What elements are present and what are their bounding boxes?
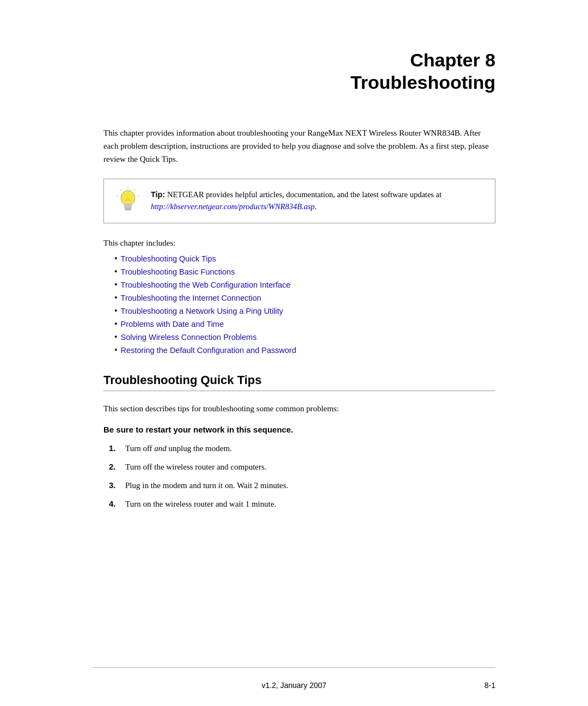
toc-link-4[interactable]: Troubleshooting the Internet Connection: [121, 294, 261, 302]
step-1: 1. Turn off and unplug the modem.: [109, 442, 495, 455]
svg-rect-8: [125, 208, 131, 210]
chapter-header: Chapter 8 Troubleshooting: [103, 49, 495, 94]
intro-text: This chapter provides information about …: [103, 126, 495, 166]
tip-label: Tip:: [151, 190, 165, 199]
step-text-2: Turn off the wireless router and compute…: [125, 460, 267, 473]
tip-text-content: Tip: NETGEAR provides helpful articles, …: [151, 189, 485, 213]
step-num-4: 4.: [109, 497, 120, 510]
svg-line-4: [117, 195, 119, 196]
list-item: Restoring the Default Configuration and …: [114, 344, 495, 357]
chapter-number: Chapter 8: [103, 49, 495, 71]
section1-intro: This section describes tips for troubles…: [103, 402, 495, 415]
tip-body: NETGEAR provides helpful articles, docum…: [165, 190, 442, 199]
svg-rect-6: [125, 204, 132, 206]
list-item: Troubleshooting a Network Using a Ping U…: [114, 305, 495, 318]
footer-version: v1.2, January 2007: [261, 681, 326, 690]
page-container: Chapter 8 Troubleshooting This chapter p…: [60, 0, 528, 706]
and-italic: and: [154, 444, 167, 453]
step-num-3: 3.: [109, 479, 120, 492]
svg-line-3: [121, 189, 122, 190]
tip-box: Tip: NETGEAR provides helpful articles, …: [103, 179, 495, 223]
list-item: Troubleshooting the Internet Connection: [114, 291, 495, 305]
svg-line-1: [134, 189, 135, 190]
footer-page-number: 8-1: [485, 681, 495, 690]
tip-link[interactable]: http://kbserver.netgear.com/products/WNR…: [151, 202, 315, 211]
list-item: Troubleshooting Quick Tips: [114, 252, 495, 265]
chapter-includes-label: This chapter includes:: [103, 239, 495, 248]
list-item: Solving Wireless Connection Problems: [114, 331, 495, 344]
toc-list: Troubleshooting Quick Tips Troubleshooti…: [103, 252, 495, 357]
list-item: Problems with Date and Time: [114, 318, 495, 331]
svg-line-2: [138, 195, 139, 196]
toc-link-3[interactable]: Troubleshooting the Web Configuration In…: [121, 281, 291, 289]
toc-link-5[interactable]: Troubleshooting a Network Using a Ping U…: [121, 307, 283, 315]
toc-link-1[interactable]: Troubleshooting Quick Tips: [121, 254, 216, 263]
toc-link-7[interactable]: Solving Wireless Connection Problems: [121, 333, 257, 342]
section1-heading: Troubleshooting Quick Tips: [103, 373, 495, 391]
toc-link-8[interactable]: Restoring the Default Configuration and …: [121, 346, 296, 355]
lightbulb-icon: [114, 187, 142, 215]
toc-link-2[interactable]: Troubleshooting Basic Functions: [121, 267, 235, 276]
step-3: 3. Plug in the modem and turn it on. Wai…: [109, 479, 495, 492]
step-text-1: Turn off and unplug the modem.: [125, 442, 232, 455]
list-item: Troubleshooting the Web Configuration In…: [114, 278, 495, 291]
page-footer: v1.2, January 2007: [60, 681, 528, 690]
chapter-title: Troubleshooting: [103, 71, 495, 94]
step-text-4: Turn on the wireless router and wait 1 m…: [125, 497, 276, 510]
footer-line: [93, 667, 495, 668]
step-text-3: Plug in the modem and turn it on. Wait 2…: [125, 479, 288, 492]
step-num-2: 2.: [109, 460, 120, 473]
steps-list: 1. Turn off and unplug the modem. 2. Tur…: [103, 442, 495, 510]
toc-link-6[interactable]: Problems with Date and Time: [121, 320, 224, 328]
step-4: 4. Turn on the wireless router and wait …: [109, 497, 495, 510]
step-num-1: 1.: [109, 442, 120, 455]
svg-rect-7: [125, 206, 132, 208]
step-2: 2. Turn off the wireless router and comp…: [109, 460, 495, 473]
subsection-heading: Be sure to restart your network in this …: [103, 425, 495, 434]
tip-suffix: .: [315, 202, 317, 211]
list-item: Troubleshooting Basic Functions: [114, 265, 495, 278]
